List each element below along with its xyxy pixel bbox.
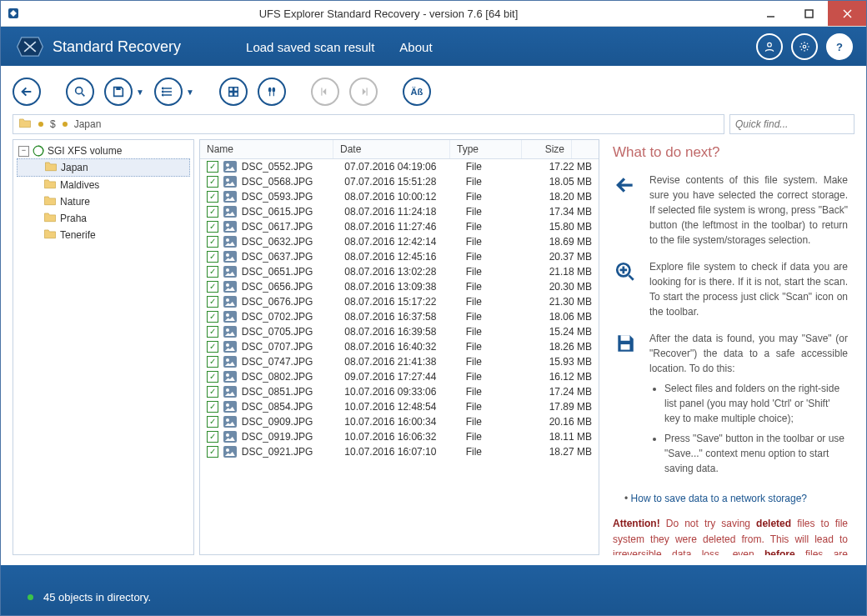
file-row[interactable]: ✓DSC_0593.JPG08.07.2016 10:00:12File18.2… [200, 189, 599, 204]
file-type: File [466, 386, 538, 398]
file-row[interactable]: ✓DSC_0802.JPG09.07.2016 17:27:44File16.1… [200, 369, 599, 384]
breadcrumb-current: Japan [74, 118, 102, 130]
file-name: DSC_0919.JPG [242, 431, 339, 443]
select-button[interactable] [154, 78, 183, 106]
help-pane: What to do next? Revise contents of this… [604, 139, 854, 555]
file-type: File [466, 161, 538, 173]
file-row[interactable]: ✓DSC_0702.JPG08.07.2016 16:37:58File18.0… [200, 309, 599, 324]
row-checkbox[interactable]: ✓ [207, 296, 218, 308]
row-checkbox[interactable]: ✓ [207, 161, 218, 173]
close-button[interactable] [828, 1, 866, 26]
row-checkbox[interactable]: ✓ [207, 341, 218, 353]
file-type: File [466, 401, 538, 413]
file-row[interactable]: ✓DSC_0568.JPG07.07.2016 15:51:28File18.0… [200, 174, 599, 189]
file-name: DSC_0656.JPG [242, 281, 339, 293]
maximize-button[interactable] [789, 1, 828, 26]
file-row[interactable]: ✓DSC_0851.JPG10.07.2016 09:33:06File17.2… [200, 384, 599, 399]
file-name: DSC_0851.JPG [242, 386, 339, 398]
folder-icon [43, 212, 57, 225]
tree-folder[interactable]: Tenerife [17, 227, 190, 243]
tree-folder[interactable]: Japan [17, 158, 190, 177]
file-type: File [466, 356, 538, 368]
row-checkbox[interactable]: ✓ [207, 416, 218, 428]
file-name: DSC_0705.JPG [242, 326, 339, 338]
file-row[interactable]: ✓DSC_0707.JPG08.07.2016 16:40:32File18.2… [200, 339, 599, 354]
status-text: 45 objects in directory. [43, 591, 151, 603]
breadcrumb[interactable]: $ Japan [13, 114, 724, 134]
file-row[interactable]: ✓DSC_0615.JPG08.07.2016 11:24:18File17.3… [200, 204, 599, 219]
row-checkbox[interactable]: ✓ [207, 176, 218, 188]
row-checkbox[interactable]: ✓ [207, 401, 218, 413]
file-date: 08.07.2016 16:40:32 [344, 341, 460, 353]
file-row[interactable]: ✓DSC_0854.JPG10.07.2016 12:48:54File17.8… [200, 399, 599, 414]
file-row[interactable]: ✓DSC_0552.JPG07.07.2016 04:19:06File17.2… [200, 159, 599, 174]
file-date: 08.07.2016 12:45:16 [344, 251, 460, 263]
select-dropdown[interactable]: ▼ [186, 88, 194, 97]
tree-folder[interactable]: Nature [17, 193, 190, 210]
file-row[interactable]: ✓DSC_0705.JPG08.07.2016 16:39:58File15.2… [200, 324, 599, 339]
row-checkbox[interactable]: ✓ [207, 191, 218, 203]
quickfind-input[interactable] [730, 118, 866, 130]
list-body[interactable]: ✓DSC_0552.JPG07.07.2016 04:19:06File17.2… [200, 159, 599, 554]
col-type[interactable]: Type [450, 140, 522, 158]
image-file-icon [223, 221, 237, 233]
col-date[interactable]: Date [333, 140, 450, 158]
file-row[interactable]: ✓DSC_0617.JPG08.07.2016 11:27:46File15.8… [200, 219, 599, 234]
menu-about[interactable]: About [399, 40, 432, 54]
row-checkbox[interactable]: ✓ [207, 236, 218, 248]
row-checkbox[interactable]: ✓ [207, 431, 218, 443]
row-checkbox[interactable]: ✓ [207, 221, 218, 233]
row-checkbox[interactable]: ✓ [207, 446, 218, 458]
row-checkbox[interactable]: ✓ [207, 371, 218, 383]
row-checkbox[interactable]: ✓ [207, 281, 218, 293]
font-button[interactable]: Äß [403, 78, 431, 106]
save-button[interactable] [104, 78, 133, 106]
row-checkbox[interactable]: ✓ [207, 326, 218, 338]
tree-folder[interactable]: Maldives [17, 177, 190, 193]
image-file-icon [223, 296, 237, 308]
row-checkbox[interactable]: ✓ [207, 251, 218, 263]
file-row[interactable]: ✓DSC_0676.JPG08.07.2016 15:17:22File21.3… [200, 294, 599, 309]
help-heading: What to do next? [613, 144, 848, 161]
file-row[interactable]: ✓DSC_0651.JPG08.07.2016 13:02:28File21.1… [200, 264, 599, 279]
settings-button[interactable] [791, 33, 818, 60]
save-dropdown[interactable]: ▼ [136, 88, 144, 97]
file-name: DSC_0676.JPG [242, 296, 339, 308]
file-date: 07.07.2016 15:51:28 [344, 176, 460, 188]
file-row[interactable]: ✓DSC_0637.JPG08.07.2016 12:45:16File20.3… [200, 249, 599, 264]
menu-load-scan[interactable]: Load saved scan result [246, 40, 374, 54]
col-size[interactable]: Size [522, 140, 572, 158]
view-grid-button[interactable] [219, 78, 248, 106]
file-row[interactable]: ✓DSC_0747.JPG08.07.2016 21:41:38File15.9… [200, 354, 599, 369]
help-button[interactable]: ? [826, 33, 853, 60]
find-button[interactable] [258, 78, 286, 106]
file-name: DSC_0702.JPG [242, 311, 339, 323]
col-name[interactable]: Name [200, 140, 333, 158]
file-type: File [466, 311, 538, 323]
row-checkbox[interactable]: ✓ [207, 266, 218, 278]
file-row[interactable]: ✓DSC_0919.JPG10.07.2016 16:06:32File18.1… [200, 429, 599, 444]
file-row[interactable]: ✓DSC_0656.JPG08.07.2016 13:09:38File20.3… [200, 279, 599, 294]
image-file-icon [223, 431, 237, 443]
svg-rect-27 [621, 344, 630, 350]
file-row[interactable]: ✓DSC_0909.JPG10.07.2016 16:00:34File20.1… [200, 414, 599, 429]
file-size: 17.24 MB [542, 386, 592, 398]
image-file-icon [223, 371, 237, 383]
file-date: 08.07.2016 15:17:22 [344, 296, 460, 308]
row-checkbox[interactable]: ✓ [207, 311, 218, 323]
collapse-icon[interactable]: − [18, 146, 29, 157]
file-size: 18.69 MB [542, 236, 592, 248]
row-checkbox[interactable]: ✓ [207, 206, 218, 218]
tree-root[interactable]: − SGI XFS volume [17, 143, 190, 158]
file-row[interactable]: ✓DSC_0921.JPG10.07.2016 16:07:10File18.2… [200, 444, 599, 459]
minimize-button[interactable] [751, 1, 789, 26]
file-row[interactable]: ✓DSC_0632.JPG08.07.2016 12:42:14File18.6… [200, 234, 599, 249]
tree-folder[interactable]: Praha [17, 210, 190, 227]
back-button[interactable] [13, 78, 41, 106]
file-date: 08.07.2016 11:27:46 [344, 221, 460, 233]
row-checkbox[interactable]: ✓ [207, 386, 218, 398]
scan-button[interactable] [66, 78, 94, 106]
help-link[interactable]: How to save data to a network storage? [631, 493, 807, 504]
row-checkbox[interactable]: ✓ [207, 356, 218, 368]
account-button[interactable] [756, 33, 783, 60]
